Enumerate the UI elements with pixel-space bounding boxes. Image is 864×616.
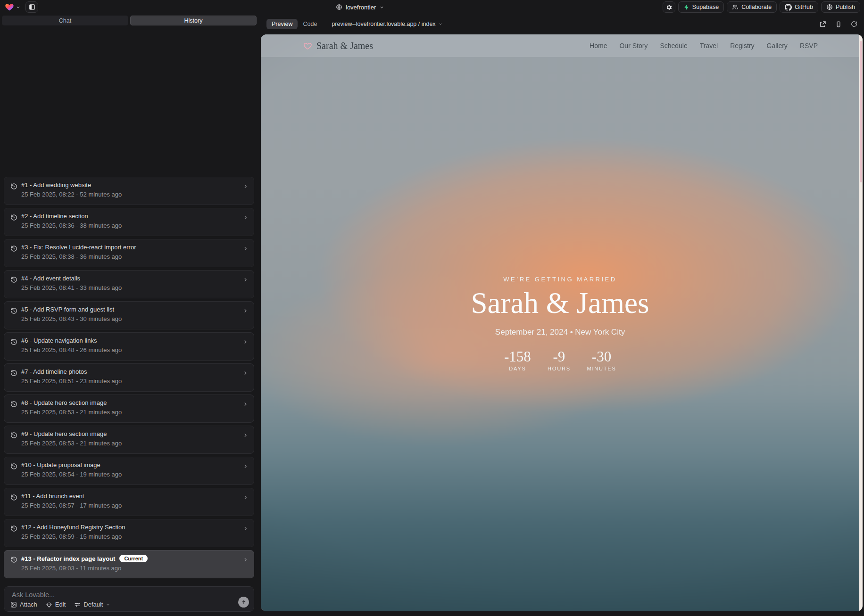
- tab-chat[interactable]: Chat: [2, 16, 128, 25]
- hero-title: Sarah & James: [261, 288, 859, 318]
- history-item[interactable]: #2 - Add timeline section Current 25 Feb…: [4, 208, 254, 236]
- site-header: Sarah & James HomeOur StoryScheduleTrave…: [261, 34, 859, 57]
- history-list: #1 - Add wedding website Current 25 Feb …: [4, 177, 254, 581]
- site-brand[interactable]: Sarah & James: [303, 41, 373, 51]
- edit-mode-button[interactable]: Edit: [46, 601, 66, 608]
- history-item[interactable]: #8 - Update hero section image Current 2…: [4, 394, 254, 423]
- preview-panel: Preview Code preview--lovefrontier.lovab…: [261, 14, 864, 616]
- history-item[interactable]: #11 - Add brunch event Current 25 Feb 20…: [4, 488, 254, 516]
- history-restore-icon: [10, 338, 17, 345]
- chevron-right-icon: [242, 308, 249, 314]
- site-nav-link[interactable]: Travel: [700, 42, 718, 49]
- history-item-timestamp: 25 Feb 2025, 08:53 - 21 minutes ago: [21, 440, 240, 447]
- history-item[interactable]: #7 - Add timeline photos Current 25 Feb …: [4, 363, 254, 392]
- sidebar-toggle-button[interactable]: [25, 1, 38, 13]
- history-restore-icon: [10, 525, 17, 532]
- site-nav-link[interactable]: RSVP: [800, 42, 818, 49]
- open-in-new-tab-icon[interactable]: [819, 21, 826, 28]
- site-nav-link[interactable]: Gallery: [767, 42, 788, 49]
- ask-lovable-input[interactable]: Ask Lovable...: [12, 591, 235, 599]
- history-item-timestamp: 25 Feb 2025, 08:36 - 38 minutes ago: [21, 222, 240, 229]
- history-restore-icon: [10, 370, 17, 377]
- history-item-timestamp: 25 Feb 2025, 08:22 - 52 minutes ago: [21, 191, 240, 198]
- target-icon: [46, 601, 52, 608]
- supabase-label: Supabase: [692, 4, 719, 10]
- chat-history-sidebar: Chat History #1 - Add wedding website Cu…: [0, 14, 258, 616]
- send-button[interactable]: [238, 597, 249, 608]
- model-mode-dropdown[interactable]: Default: [74, 601, 110, 608]
- supabase-button[interactable]: Supabase: [678, 1, 724, 13]
- history-restore-icon: [10, 494, 17, 501]
- chevron-right-icon: [242, 463, 249, 469]
- arrow-up-icon: [241, 600, 247, 605]
- publish-button[interactable]: Publish: [821, 1, 860, 13]
- history-item[interactable]: #13 - Refactor index page layout Current…: [4, 550, 254, 578]
- hero-section: WE’RE GETTING MARRIED Sarah & James Sept…: [261, 276, 859, 371]
- site-scrollbar[interactable]: [859, 34, 863, 611]
- site-nav-link[interactable]: Our Story: [619, 42, 648, 49]
- tab-history[interactable]: History: [130, 16, 257, 25]
- history-item-timestamp: 25 Feb 2025, 08:38 - 36 minutes ago: [21, 253, 240, 260]
- history-restore-icon: [10, 214, 17, 221]
- history-item[interactable]: #5 - Add RSVP form and guest list Curren…: [4, 301, 254, 329]
- site-nav-link[interactable]: Home: [590, 42, 607, 49]
- lovable-logo-menu[interactable]: [5, 2, 21, 12]
- chevron-right-icon: [242, 432, 249, 438]
- heart-outline-icon: [303, 41, 312, 50]
- mobile-view-icon[interactable]: [835, 21, 842, 28]
- globe-icon: [826, 4, 833, 10]
- preview-url-dropdown[interactable]: preview--lovefrontier.lovable.app / inde…: [332, 21, 442, 27]
- history-item-title: #12 - Add Honeyfund Registry Section: [21, 524, 125, 531]
- history-item-timestamp: 25 Feb 2025, 08:43 - 30 minutes ago: [21, 315, 240, 322]
- globe-icon: [336, 4, 342, 10]
- history-item-title: #3 - Fix: Resolve Lucide-react import er…: [21, 244, 136, 251]
- history-restore-icon: [10, 276, 17, 283]
- gear-icon: [665, 4, 673, 11]
- history-item[interactable]: #12 - Add Honeyfund Registry Section Cur…: [4, 519, 254, 547]
- history-item[interactable]: #9 - Update hero section image Current 2…: [4, 426, 254, 454]
- history-item-timestamp: 25 Feb 2025, 08:57 - 17 minutes ago: [21, 502, 240, 509]
- site-nav-link[interactable]: Registry: [730, 42, 754, 49]
- image-icon: [10, 601, 17, 608]
- history-item-title: #6 - Update navigation links: [21, 337, 97, 344]
- hero-eyebrow: WE’RE GETTING MARRIED: [261, 276, 859, 283]
- history-item-title: #10 - Update proposal image: [21, 461, 100, 468]
- history-item[interactable]: #1 - Add wedding website Current 25 Feb …: [4, 177, 254, 205]
- history-item-timestamp: 25 Feb 2025, 08:53 - 21 minutes ago: [21, 409, 240, 416]
- sidebar-tabs: Chat History: [2, 16, 257, 25]
- history-item[interactable]: #3 - Fix: Resolve Lucide-react import er…: [4, 239, 254, 267]
- tab-preview[interactable]: Preview: [266, 19, 298, 29]
- chevron-right-icon: [242, 277, 249, 283]
- collaborate-button[interactable]: Collaborate: [727, 1, 777, 13]
- hero-date-location: September 21, 2024 • New York City: [261, 328, 859, 337]
- project-selector[interactable]: lovefrontier: [336, 0, 384, 14]
- history-item[interactable]: #6 - Update navigation links Current 25 …: [4, 332, 254, 361]
- refresh-icon[interactable]: [851, 21, 857, 27]
- history-restore-icon: [10, 183, 17, 190]
- history-item[interactable]: #10 - Update proposal image Current 25 F…: [4, 457, 254, 485]
- attach-button[interactable]: Attach: [10, 601, 37, 608]
- preview-toolbar: Preview Code preview--lovefrontier.lovab…: [266, 17, 857, 31]
- countdown: -158 DAYS -9 HOURS -30 MINUTES: [261, 349, 859, 371]
- countdown-value: -30: [587, 349, 616, 364]
- history-item-timestamp: 25 Feb 2025, 08:48 - 26 minutes ago: [21, 346, 240, 353]
- github-button[interactable]: GitHub: [780, 1, 818, 13]
- history-restore-icon: [10, 463, 17, 470]
- history-item-timestamp: 25 Feb 2025, 09:03 - 11 minutes ago: [21, 565, 240, 572]
- history-item-title: #9 - Update hero section image: [21, 430, 107, 437]
- lovable-app: lovefrontier Supabase: [0, 0, 864, 616]
- countdown-label: MINUTES: [587, 366, 616, 371]
- chevron-right-icon: [242, 214, 249, 221]
- history-item[interactable]: #4 - Add event details Current 25 Feb 20…: [4, 270, 254, 298]
- scrollbar-thumb[interactable]: [860, 41, 862, 182]
- preview-url: preview--lovefrontier.lovable.app / inde…: [332, 21, 435, 27]
- settings-button[interactable]: [663, 1, 675, 13]
- chevron-right-icon: [242, 183, 249, 189]
- countdown-cell: -9 HOURS: [545, 349, 573, 371]
- tab-code[interactable]: Code: [298, 19, 322, 29]
- countdown-value: -158: [504, 349, 531, 364]
- site-nav-link[interactable]: Schedule: [660, 42, 687, 49]
- chevron-right-icon: [242, 246, 249, 252]
- current-badge: Current: [119, 555, 148, 562]
- chevron-down-icon: [438, 22, 443, 26]
